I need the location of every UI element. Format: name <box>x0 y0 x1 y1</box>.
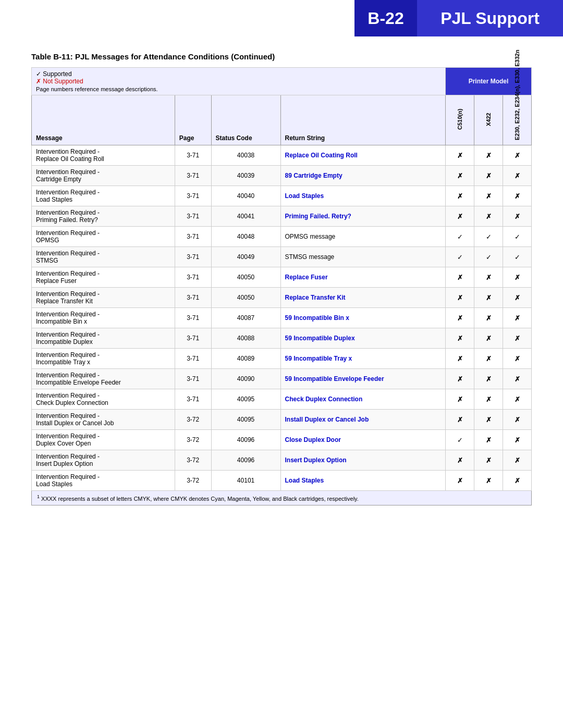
page-cell: 3-72 <box>175 471 211 491</box>
table-row: Intervention Required -STMSG3-7140049STM… <box>32 247 532 267</box>
col-c510n: C510(n) <box>446 95 474 145</box>
c510n-cell: ✗ <box>446 369 474 389</box>
table-row: Intervention Required -Load Staples3-714… <box>32 186 532 206</box>
check-mark-icon: ✓ <box>486 233 492 241</box>
x-mark-icon: ✗ <box>515 192 520 200</box>
return-string-cell: Replace Fuser <box>280 267 445 288</box>
x-mark-icon: ✗ <box>457 456 463 464</box>
message-cell: Intervention Required -Incompatible Tray… <box>32 349 175 369</box>
c510n-cell: ✗ <box>446 349 474 369</box>
status-code-cell: 40090 <box>211 369 280 389</box>
legend-supported-text: ✓ Supported <box>36 70 441 78</box>
message-cell: Intervention Required -Incompatible Enve… <box>32 369 175 389</box>
main-content: Table B-11: PJL Messages for Attendance … <box>0 52 563 526</box>
return-string-link[interactable]: Load Staples <box>285 192 324 200</box>
return-string-link[interactable]: Close Duplex Door <box>285 436 341 443</box>
check-mark-icon: ✓ <box>457 233 463 241</box>
return-string-link[interactable]: 59 Incompatible Bin x <box>285 314 349 322</box>
return-string-link[interactable]: Install Duplex or Cancel Job <box>285 416 369 423</box>
return-string-cell: Insert Duplex Option <box>280 450 445 471</box>
legend-note-text: Page numbers reference message descripti… <box>36 86 441 92</box>
page-cell: 3-71 <box>175 166 211 186</box>
footnote-row: 1 XXXX represents a subset of letters CM… <box>32 491 532 505</box>
c510n-cell: ✗ <box>446 471 474 491</box>
return-string-link[interactable]: Replace Transfer Kit <box>285 294 346 301</box>
status-code-cell: 40101 <box>211 471 280 491</box>
x-mark-icon: ✗ <box>457 172 463 180</box>
x-mark-icon: ✗ <box>486 274 492 281</box>
col-x422: X422 <box>474 95 503 145</box>
x-mark-icon: ✗ <box>486 436 492 444</box>
x-mark-icon: ✗ <box>515 335 520 342</box>
return-string-link[interactable]: Replace Fuser <box>285 274 328 281</box>
x422-cell: ✗ <box>474 471 503 491</box>
page-cell: 3-71 <box>175 206 211 227</box>
page-cell: 3-71 <box>175 369 211 389</box>
x422-cell: ✗ <box>474 145 503 166</box>
x422-cell: ✗ <box>474 430 503 450</box>
x-mark-icon: ✗ <box>486 294 492 302</box>
return-string-link[interactable]: Load Staples <box>285 477 324 484</box>
x422-cell: ✗ <box>474 186 503 206</box>
return-string-link[interactable]: Priming Failed. Retry? <box>285 213 351 220</box>
status-code-cell: 40095 <box>211 389 280 410</box>
x-mark-icon: ✗ <box>515 436 520 444</box>
x-mark-icon: ✗ <box>486 396 492 403</box>
return-string-link[interactable]: 59 Incompatible Tray x <box>285 355 352 362</box>
return-string-link[interactable]: 59 Incompatible Envelope Feeder <box>285 375 384 382</box>
x-mark-icon: ✗ <box>457 274 463 281</box>
e-series-cell: ✗ <box>503 471 532 491</box>
return-string-cell: Install Duplex or Cancel Job <box>280 410 445 430</box>
legend-cell: ✓ Supported ✗ Not Supported Page numbers… <box>32 68 446 95</box>
section-title: Table B-11: PJL Messages for Attendance … <box>31 52 532 61</box>
status-code-cell: 40038 <box>211 145 280 166</box>
return-string-cell: Priming Failed. Retry? <box>280 206 445 227</box>
x422-cell: ✗ <box>474 369 503 389</box>
status-code-cell: 40089 <box>211 349 280 369</box>
e-series-cell: ✗ <box>503 166 532 186</box>
x422-cell: ✗ <box>474 389 503 410</box>
page-cell: 3-71 <box>175 227 211 247</box>
return-string-link[interactable]: Insert Duplex Option <box>285 456 347 464</box>
x422-cell: ✗ <box>474 206 503 227</box>
message-cell: Intervention Required -STMSG <box>32 247 175 267</box>
table-row: Intervention Required -Incompatible Dupl… <box>32 328 532 349</box>
return-string-text: OPMSG message <box>285 233 336 240</box>
x-mark-icon: ✗ <box>457 213 463 220</box>
e-series-cell: ✓ <box>503 227 532 247</box>
return-string-cell: 59 Incompatible Envelope Feeder <box>280 369 445 389</box>
e-series-cell: ✗ <box>503 430 532 450</box>
c510n-cell: ✗ <box>446 206 474 227</box>
return-string-link[interactable]: 59 Incompatible Duplex <box>285 335 355 342</box>
x-mark-icon: ✗ <box>515 375 520 383</box>
c510n-cell: ✗ <box>446 410 474 430</box>
message-cell: Intervention Required -Incompatible Dupl… <box>32 328 175 349</box>
e-series-cell: ✗ <box>503 389 532 410</box>
table-row: Intervention Required -Cartridge Empty3-… <box>32 166 532 186</box>
check-mark-icon: ✓ <box>457 436 463 444</box>
message-cell: Intervention Required -Replace Fuser <box>32 267 175 288</box>
x422-cell: ✗ <box>474 349 503 369</box>
return-string-link[interactable]: Check Duplex Connection <box>285 396 363 403</box>
return-string-cell: Load Staples <box>280 471 445 491</box>
col-message: Message <box>32 95 175 145</box>
page-cell: 3-71 <box>175 288 211 308</box>
status-code-cell: 40088 <box>211 328 280 349</box>
x-mark-icon: ✗ <box>486 375 492 383</box>
page-header: B-22 PJL Support <box>0 0 563 36</box>
return-string-link[interactable]: 89 Cartridge Empty <box>285 172 342 179</box>
x422-cell: ✓ <box>474 247 503 267</box>
x-mark-icon: ✗ <box>457 375 463 383</box>
x-mark-icon: ✗ <box>486 477 492 485</box>
return-string-cell: 59 Incompatible Duplex <box>280 328 445 349</box>
return-string-cell: 59 Incompatible Bin x <box>280 308 445 328</box>
table-body: Intervention Required -Replace Oil Coati… <box>32 145 532 491</box>
message-cell: Intervention Required -Install Duplex or… <box>32 410 175 430</box>
x-mark-icon: ✗ <box>457 294 463 302</box>
table-row: Intervention Required -Insert Duplex Opt… <box>32 450 532 471</box>
x422-cell: ✓ <box>474 227 503 247</box>
x-mark-icon: ✗ <box>515 477 520 485</box>
c510n-cell: ✗ <box>446 166 474 186</box>
status-code-cell: 40040 <box>211 186 280 206</box>
return-string-link[interactable]: Replace Oil Coating Roll <box>285 152 358 159</box>
